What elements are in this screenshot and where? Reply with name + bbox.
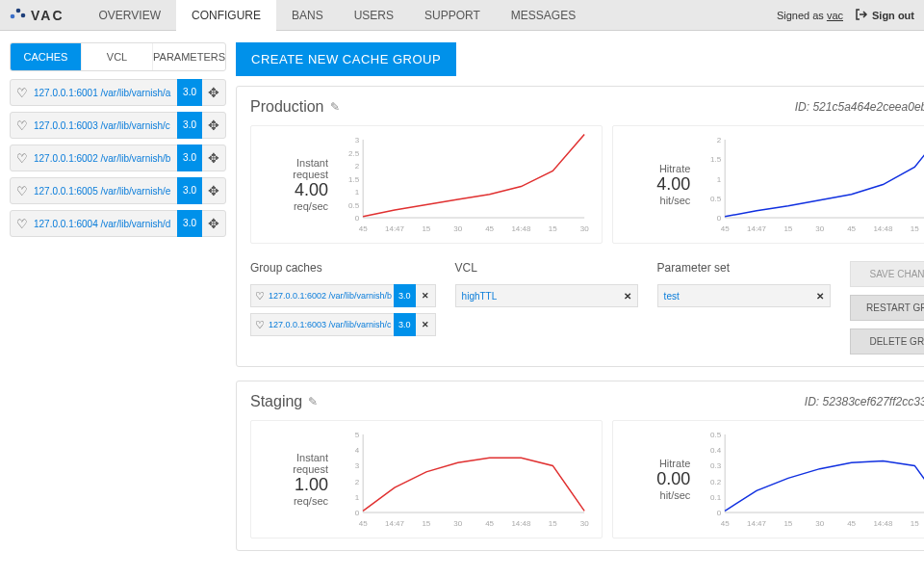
svg-text:45: 45 — [847, 519, 856, 528]
topnav-item-messages[interactable]: MESSAGES — [496, 0, 591, 31]
topnav-item-users[interactable]: USERS — [339, 0, 409, 31]
cache-list: ♡127.0.0.1:6001 /var/lib/varnish/a3.0✥♡1… — [10, 79, 226, 237]
svg-text:30: 30 — [816, 224, 825, 233]
signed-as-user[interactable]: vac — [827, 10, 843, 21]
cache-label[interactable]: 127.0.0.1:6005 /var/lib/varnish/e — [34, 186, 177, 197]
cache-label[interactable]: 127.0.0.1:6002 /var/lib/varnish/b — [269, 291, 394, 301]
heart-icon: ♡ — [251, 290, 269, 302]
version-badge: 3.0 — [177, 177, 202, 204]
chart-card-hitrate: Hitrate4.00hit/sec00.511.524514:47153045… — [612, 125, 924, 244]
cache-label[interactable]: 127.0.0.1:6004 /var/lib/varnish/d — [34, 219, 177, 229]
heart-icon: ♡ — [11, 118, 34, 133]
svg-text:14:47: 14:47 — [747, 519, 767, 528]
svg-text:0: 0 — [355, 509, 360, 517]
svg-text:14:48: 14:48 — [511, 519, 531, 528]
remove-icon[interactable]: ✕ — [624, 291, 631, 302]
svg-text:14:47: 14:47 — [747, 224, 767, 233]
edit-icon[interactable]: ✎ — [308, 395, 318, 408]
subtab-vcl[interactable]: VCL — [82, 43, 153, 70]
group-id: ID: 521c5a464e2ceea0eb18334c — [795, 100, 924, 114]
svg-text:14:48: 14:48 — [874, 224, 894, 233]
svg-point-0 — [11, 14, 15, 19]
svg-text:30: 30 — [453, 519, 462, 528]
svg-text:0.5: 0.5 — [348, 201, 360, 210]
svg-text:30: 30 — [816, 519, 825, 528]
sign-out-button[interactable]: Sign out — [855, 8, 914, 23]
drag-handle-icon[interactable]: ✥ — [202, 118, 225, 133]
restart-group-button[interactable]: RESTART GROUP — [850, 295, 924, 321]
drag-handle-icon[interactable]: ✥ — [202, 150, 225, 166]
cache-label[interactable]: 127.0.0.1:6002 /var/lib/varnish/b — [34, 153, 177, 164]
version-badge: 3.0 — [177, 79, 202, 106]
svg-text:15: 15 — [422, 519, 430, 528]
cache-item[interactable]: ♡127.0.0.1:6002 /var/lib/varnish/b3.0✥ — [10, 144, 226, 171]
cache-group: Staging ✎ID: 52383cef627ff2cc33ad5990Ins… — [236, 381, 924, 551]
cache-item[interactable]: ♡127.0.0.1:6005 /var/lib/varnish/e3.0✥ — [10, 177, 226, 204]
heart-icon: ♡ — [11, 151, 34, 166]
svg-text:15: 15 — [911, 519, 919, 528]
group-title: Staging ✎ — [250, 393, 318, 410]
version-badge: 3.0 — [177, 144, 202, 171]
cache-label[interactable]: 127.0.0.1:6003 /var/lib/varnish/c — [269, 320, 394, 329]
sidebar: CACHESVCLPARAMETERS ♡127.0.0.1:6001 /var… — [10, 42, 226, 565]
svg-text:3: 3 — [355, 461, 360, 470]
cache-item[interactable]: ♡127.0.0.1:6001 /var/lib/varnish/a3.0✥ — [10, 79, 226, 106]
svg-text:45: 45 — [721, 519, 730, 528]
svg-text:45: 45 — [359, 519, 368, 528]
chart-card-hitrate: Hitrate0.00hit/sec00.10.20.30.40.54514:4… — [612, 420, 924, 539]
svg-text:2: 2 — [717, 136, 722, 144]
svg-text:4: 4 — [355, 446, 360, 455]
svg-text:1.5: 1.5 — [348, 175, 360, 184]
cache-group: Production ✎ID: 521c5a464e2ceea0eb18334c… — [236, 86, 924, 367]
save-changes-button[interactable]: SAVE CHANGES — [850, 261, 924, 287]
brand-dots-icon — [10, 7, 27, 23]
group-title: Production ✎ — [250, 98, 340, 116]
svg-text:0: 0 — [717, 509, 722, 517]
svg-text:0.4: 0.4 — [710, 446, 722, 455]
version-badge: 3.0 — [177, 210, 202, 237]
topnav-item-bans[interactable]: BANS — [276, 0, 339, 31]
heart-icon: ♡ — [11, 217, 34, 231]
topnav-item-support[interactable]: SUPPORT — [409, 0, 496, 31]
group-cache-item[interactable]: ♡127.0.0.1:6002 /var/lib/varnish/b3.0✕ — [250, 284, 436, 307]
heart-icon: ♡ — [11, 86, 34, 100]
cache-item[interactable]: ♡127.0.0.1:6004 /var/lib/varnish/d3.0✥ — [10, 210, 226, 237]
edit-icon[interactable]: ✎ — [330, 100, 340, 114]
chart: 00.511.522.534514:4715304514:481530 — [336, 134, 594, 235]
svg-text:1.5: 1.5 — [710, 155, 722, 164]
svg-point-1 — [16, 9, 21, 13]
param-input[interactable]: test✕ — [657, 284, 831, 307]
drag-handle-icon[interactable]: ✥ — [202, 183, 225, 198]
chart: 00.511.524514:4715304514:481530 — [698, 134, 924, 235]
subtab-caches[interactable]: CACHES — [11, 43, 82, 70]
svg-text:0: 0 — [355, 214, 360, 223]
svg-text:3: 3 — [355, 136, 360, 144]
svg-text:14:48: 14:48 — [511, 224, 531, 233]
group-cache-item[interactable]: ♡127.0.0.1:6003 /var/lib/varnish/c3.0✕ — [250, 313, 436, 336]
topnav-item-configure[interactable]: CONFIGURE — [176, 0, 276, 31]
svg-text:0.1: 0.1 — [710, 493, 722, 502]
svg-text:15: 15 — [784, 224, 793, 233]
cache-label[interactable]: 127.0.0.1:6003 /var/lib/varnish/c — [34, 120, 177, 131]
cache-item[interactable]: ♡127.0.0.1:6003 /var/lib/varnish/c3.0✥ — [10, 112, 226, 139]
remove-icon[interactable]: ✕ — [416, 320, 435, 329]
svg-text:45: 45 — [721, 224, 730, 233]
drag-handle-icon[interactable]: ✥ — [202, 85, 225, 100]
delete-group-button[interactable]: DELETE GROUP — [850, 328, 924, 355]
svg-text:2: 2 — [355, 478, 360, 486]
vcl-input[interactable]: highTTL✕ — [455, 284, 638, 307]
svg-text:14:47: 14:47 — [385, 519, 405, 528]
topnav-item-overview[interactable]: OVERVIEW — [84, 0, 176, 31]
svg-text:30: 30 — [580, 224, 589, 233]
heart-icon: ♡ — [251, 319, 269, 331]
chart-card-requests: Instant request4.00req/sec00.511.522.534… — [250, 125, 603, 244]
cache-label[interactable]: 127.0.0.1:6001 /var/lib/varnish/a — [34, 88, 177, 98]
chart: 00.10.20.30.40.54514:4715304514:481530 — [698, 429, 924, 530]
svg-text:15: 15 — [784, 519, 793, 528]
create-cache-group-button[interactable]: CREATE NEW CACHE GROUP — [236, 42, 456, 76]
subtab-parameters[interactable]: PARAMETERS — [153, 43, 225, 70]
remove-icon[interactable]: ✕ — [816, 291, 824, 302]
svg-text:45: 45 — [359, 224, 368, 233]
drag-handle-icon[interactable]: ✥ — [202, 216, 225, 231]
remove-icon[interactable]: ✕ — [416, 291, 435, 301]
